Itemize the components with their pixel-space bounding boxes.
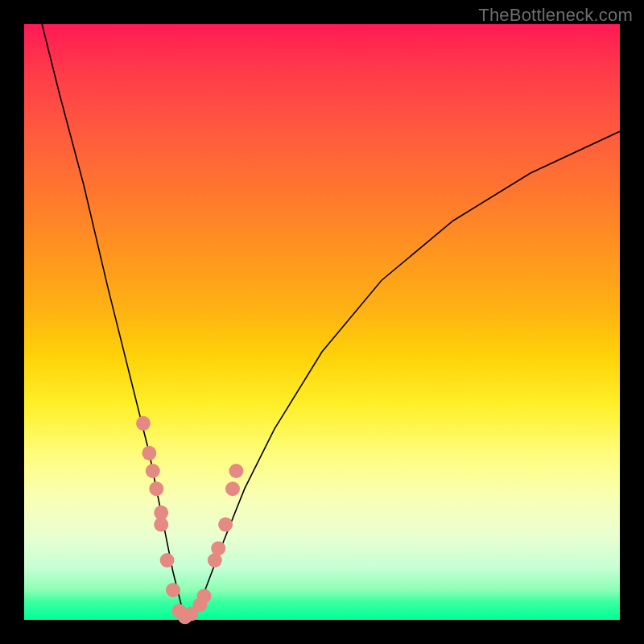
- sample-dot: [166, 583, 180, 597]
- sample-dot: [146, 464, 160, 478]
- sample-dot: [229, 464, 243, 478]
- sample-dot: [149, 481, 163, 496]
- sample-dot: [211, 541, 225, 555]
- chart-stage: TheBottleneck.com: [0, 0, 644, 644]
- sample-dots-layer: [24, 24, 620, 620]
- watermark-text: TheBottleneck.com: [478, 5, 633, 26]
- sample-dot: [142, 446, 156, 460]
- sample-dot: [197, 588, 212, 603]
- sample-dot: [225, 481, 240, 496]
- sample-dot: [218, 518, 233, 532]
- sample-dot: [160, 553, 175, 568]
- sample-dot: [154, 518, 168, 532]
- sample-dot: [136, 416, 151, 431]
